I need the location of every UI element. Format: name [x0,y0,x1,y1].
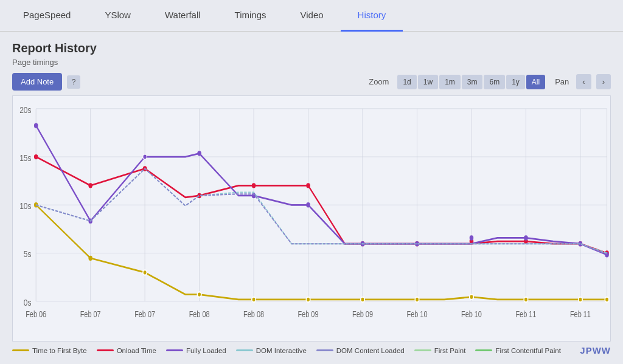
legend-onload: Onload Time [97,347,156,354]
svg-text:20s: 20s [19,105,31,115]
svg-point-67 [524,235,528,240]
legend-ttfb: Time to First Byte [12,347,87,354]
svg-point-41 [415,297,419,302]
legend-fully-loaded-color [166,349,183,351]
add-note-button[interactable]: Add Note [12,73,62,91]
svg-point-45 [605,297,609,302]
svg-text:Feb 08: Feb 08 [189,310,210,320]
page-title: Report History [12,41,611,55]
svg-text:Feb 06: Feb 06 [26,310,46,320]
zoom-1w[interactable]: 1w [418,75,438,89]
svg-point-39 [306,297,310,302]
legend-onload-color [97,349,114,351]
svg-text:0s: 0s [24,297,32,307]
legend-fully-loaded: Fully Loaded [166,347,226,354]
legend-first-contentful-label: First Contentful Paint [495,347,560,354]
svg-text:Feb 08: Feb 08 [243,310,264,320]
svg-point-61 [197,151,201,156]
svg-point-40 [361,297,365,302]
tab-yslow[interactable]: YSlow [88,0,148,32]
legend-dom-content-label: DOM Content Loaded [336,347,405,354]
svg-point-46 [34,154,38,159]
zoom-1m[interactable]: 1m [439,75,461,89]
zoom-buttons: 1d 1w 1m 3m 6m 1y All [397,75,545,89]
svg-point-50 [252,183,256,188]
chart-toolbar: Add Note ? Zoom 1d 1w 1m 3m 6m 1y All Pa… [12,73,611,91]
zoom-all[interactable]: All [526,75,545,89]
main-content: Report History Page timings Add Note ? Z… [0,32,623,364]
svg-point-38 [252,297,256,302]
svg-text:Feb 09: Feb 09 [298,310,319,320]
tab-video[interactable]: Video [284,0,341,32]
svg-text:Feb 07: Feb 07 [80,310,101,320]
legend-dom-content-color [316,349,333,351]
zoom-label: Zoom [369,77,389,86]
svg-text:10s: 10s [19,201,31,211]
tab-bar: PageSpeed YSlow Waterfall Timings Video … [0,0,623,32]
legend-dom-content: DOM Content Loaded [316,347,405,354]
svg-point-36 [143,270,147,275]
svg-text:5s: 5s [24,249,32,259]
chart-area: 20s 15s 10s 5s 0s [12,95,611,342]
legend-dom-interactive-label: DOM Interactive [256,347,307,354]
svg-point-42 [470,295,474,300]
svg-text:Feb 10: Feb 10 [461,310,482,320]
legend-ttfb-color [12,349,29,351]
svg-point-37 [197,292,201,297]
zoom-1d[interactable]: 1d [397,75,416,89]
svg-text:15s: 15s [19,153,31,163]
svg-point-51 [306,183,310,188]
chart-svg: 20s 15s 10s 5s 0s [13,96,610,341]
tab-timings[interactable]: Timings [218,0,284,32]
legend-dom-interactive: DOM Interactive [236,347,307,354]
legend-onload-label: Onload Time [117,347,156,354]
pan-prev-button[interactable]: ‹ [576,74,591,89]
zoom-3m[interactable]: 3m [462,75,483,89]
app-container: PageSpeed YSlow Waterfall Timings Video … [0,0,623,364]
svg-point-58 [34,123,38,128]
help-button[interactable]: ? [67,75,80,89]
legend-ttfb-label: Time to First Byte [32,347,87,354]
legend-first-paint-label: First Paint [434,347,466,354]
svg-point-60 [143,154,147,159]
legend-first-contentful-color [475,349,492,351]
tab-history[interactable]: History [341,0,403,32]
svg-point-44 [579,297,583,302]
chart-legend: Time to First Byte Onload Time Fully Loa… [12,342,611,358]
svg-text:Feb 11: Feb 11 [515,310,536,320]
svg-text:Feb 07: Feb 07 [134,310,155,320]
pan-next-button[interactable]: › [596,74,611,89]
legend-fully-loaded-label: Fully Loaded [186,347,226,354]
pan-label: Pan [555,77,569,86]
legend-first-contentful: First Contentful Paint [475,347,560,354]
svg-text:Feb 09: Feb 09 [352,310,373,320]
brand-logo: JPWW [580,345,611,355]
tab-waterfall[interactable]: Waterfall [148,0,218,32]
svg-text:Feb 10: Feb 10 [407,310,428,320]
legend-first-paint: First Paint [414,347,466,354]
tab-pagespeed[interactable]: PageSpeed [6,0,88,32]
svg-point-63 [306,202,310,207]
svg-point-66 [470,235,474,240]
svg-point-47 [88,183,92,188]
legend-dom-interactive-color [236,349,253,351]
svg-text:Feb 11: Feb 11 [570,310,591,320]
legend-first-paint-color [414,349,431,351]
svg-point-43 [524,297,528,302]
zoom-1y[interactable]: 1y [506,75,525,89]
svg-point-35 [88,256,92,261]
zoom-6m[interactable]: 6m [484,75,505,89]
section-label: Page timings [12,58,611,67]
